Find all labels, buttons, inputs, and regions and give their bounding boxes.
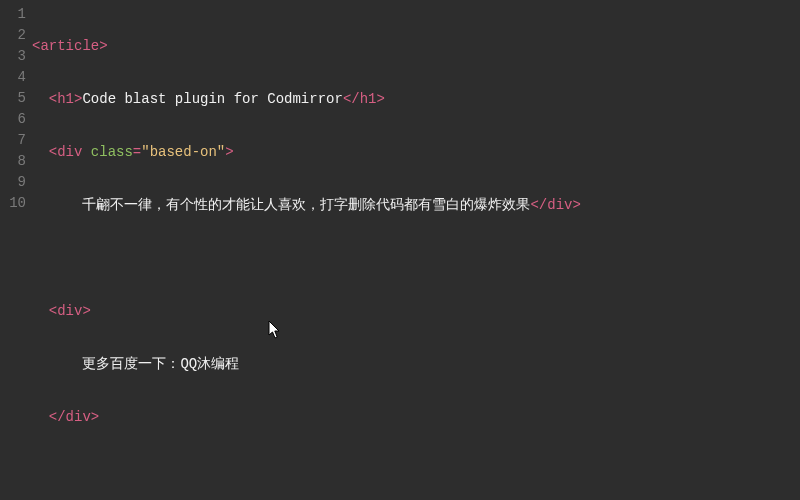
line-number: 5 — [0, 88, 26, 109]
code-line — [32, 248, 800, 269]
text-content: Code blast plugin for Codmirror — [82, 91, 342, 107]
code-line: <article> — [32, 36, 800, 57]
line-number: 8 — [0, 151, 26, 172]
html-tag: <article> — [32, 38, 108, 54]
html-tag: <div — [49, 144, 83, 160]
indent — [32, 144, 49, 160]
line-number: 4 — [0, 67, 26, 88]
line-number: 10 — [0, 193, 26, 214]
code-line — [32, 460, 800, 481]
html-tag: <h1> — [49, 91, 83, 107]
indent — [32, 303, 49, 319]
line-number: 9 — [0, 172, 26, 193]
space — [82, 144, 90, 160]
code-line: </div> — [32, 407, 800, 428]
code-line: <div class="based-on"> — [32, 142, 800, 163]
code-line: 更多百度一下：QQ沐编程 — [32, 354, 800, 375]
line-number: 3 — [0, 46, 26, 67]
html-attr: class — [91, 144, 133, 160]
html-string: "based-on" — [141, 144, 225, 160]
line-number: 7 — [0, 130, 26, 151]
line-number: 1 — [0, 4, 26, 25]
equals: = — [133, 144, 141, 160]
indent — [32, 91, 49, 107]
indent — [32, 356, 82, 372]
html-tag: <div> — [49, 303, 91, 319]
html-tag: </div> — [49, 409, 99, 425]
code-editor[interactable]: 1 2 3 4 5 6 7 8 9 10 <article> <h1>Code … — [0, 0, 800, 500]
html-tag: </div> — [530, 197, 580, 213]
code-line: 千翩不一律，有个性的才能让人喜欢，打字删除代码都有雪白的爆炸效果</div> — [32, 195, 800, 216]
text-content: 更多百度一下：QQ沐编程 — [82, 356, 239, 372]
text-content: 千翩不一律，有个性的才能让人喜欢，打字删除代码都有雪白的爆炸效果 — [82, 197, 530, 213]
indent — [32, 197, 82, 213]
code-line: <h1>Code blast plugin for Codmirror</h1> — [32, 89, 800, 110]
html-tag: </h1> — [343, 91, 385, 107]
line-number: 2 — [0, 25, 26, 46]
line-number: 6 — [0, 109, 26, 130]
html-tag: > — [225, 144, 233, 160]
code-area[interactable]: <article> <h1>Code blast plugin for Codm… — [32, 0, 800, 500]
line-number-gutter: 1 2 3 4 5 6 7 8 9 10 — [0, 0, 32, 500]
indent — [32, 409, 49, 425]
code-line: <div> — [32, 301, 800, 322]
